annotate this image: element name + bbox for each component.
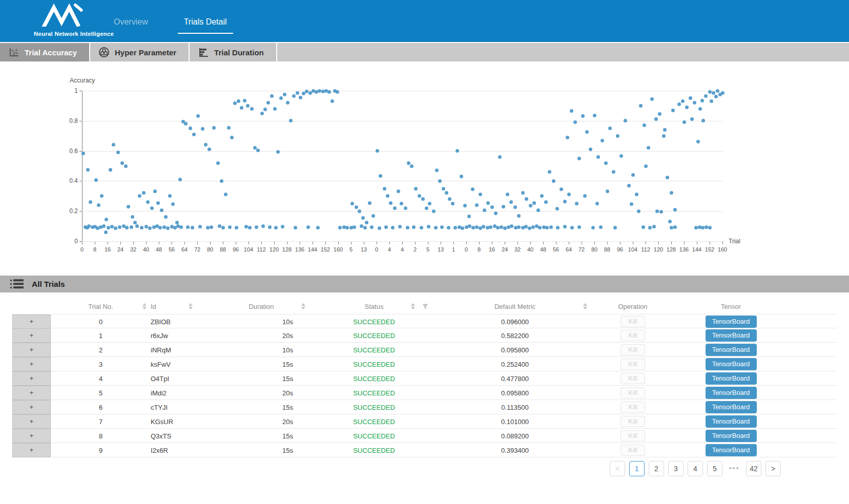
scatter-point: [666, 176, 669, 179]
tab-label: Trial Duration: [214, 48, 264, 57]
scatter-point: [175, 221, 179, 224]
sort-icon[interactable]: [583, 303, 587, 309]
sort-icon[interactable]: [411, 303, 415, 309]
scatter-point: [635, 193, 638, 196]
row-expand-button[interactable]: +: [12, 386, 51, 400]
scatter-point: [581, 114, 585, 118]
x-tick-label: 104: [626, 246, 640, 253]
scatter-point: [221, 226, 225, 229]
x-tick-label: 152: [702, 246, 717, 253]
pagination-prev[interactable]: <: [610, 461, 625, 476]
kill-button[interactable]: Kill: [620, 387, 645, 398]
row-expand-button[interactable]: +: [12, 429, 51, 443]
scatter-point: [654, 117, 658, 121]
scatter-point: [595, 202, 599, 205]
nav-overview[interactable]: Overview: [108, 17, 154, 34]
scatter-point: [498, 155, 502, 159]
sort-icon[interactable]: [189, 303, 193, 309]
x-tick-mark: [620, 242, 620, 244]
scatter-point: [714, 95, 718, 98]
tensorboard-button[interactable]: TensorBoard: [706, 444, 757, 456]
scatter-point: [434, 226, 438, 229]
scatter-point: [650, 97, 654, 101]
scatter-point: [189, 127, 192, 130]
kill-button[interactable]: Kill: [620, 373, 645, 384]
tensorboard-button[interactable]: TensorBoard: [706, 415, 757, 428]
scatter-plot-area[interactable]: Trial 00.20.40.60.8108162432404856647280…: [82, 91, 722, 241]
row-expand-button[interactable]: +: [12, 414, 51, 429]
scatter-point: [150, 206, 154, 210]
kill-button[interactable]: Kill: [620, 316, 645, 327]
row-expand-button[interactable]: +: [12, 328, 51, 343]
scatter-point: [296, 91, 299, 95]
row-expand-button[interactable]: +: [12, 357, 51, 371]
row-expand-button[interactable]: +: [12, 314, 51, 329]
kill-button[interactable]: Kill: [620, 359, 645, 370]
pagination-page-42[interactable]: 42: [746, 461, 761, 476]
scatter-point: [148, 226, 152, 230]
cell-duration: 20s: [215, 332, 307, 340]
sort-icon[interactable]: [301, 303, 305, 309]
kill-button[interactable]: Kill: [620, 330, 645, 341]
scatter-point: [544, 200, 548, 204]
cell-id: O4TpI: [151, 375, 215, 383]
row-expand-button[interactable]: +: [12, 443, 51, 457]
kill-button[interactable]: Kill: [620, 344, 645, 355]
x-tick-label: 13: [433, 246, 448, 253]
scatter-point: [693, 101, 696, 104]
row-expand-button[interactable]: +: [12, 371, 51, 386]
scatter-point: [102, 224, 106, 228]
scatter-point: [263, 108, 267, 111]
scatter-point: [418, 194, 421, 198]
cell-default-metric: 0.096000: [441, 318, 589, 326]
kill-button[interactable]: Kill: [620, 402, 645, 413]
row-expand-button[interactable]: +: [12, 343, 51, 357]
x-tick-mark: [722, 242, 723, 244]
pagination-page-2[interactable]: 2: [649, 461, 664, 476]
kill-button[interactable]: Kill: [620, 445, 645, 456]
tensorboard-button[interactable]: TensorBoard: [706, 316, 757, 328]
pagination-page-5[interactable]: 5: [707, 461, 722, 476]
x-tick-label: 32: [510, 246, 525, 253]
scatter-point: [451, 202, 454, 205]
scatter-point: [146, 200, 150, 204]
scatter-point: [133, 221, 137, 224]
pagination-next[interactable]: >: [765, 461, 781, 476]
tensorboard-button[interactable]: TensorBoard: [706, 387, 757, 399]
filter-icon[interactable]: [422, 304, 428, 310]
kill-button[interactable]: Kill: [620, 430, 645, 442]
tab-hyper-parameter[interactable]: Hyper Parameter: [90, 43, 190, 61]
scatter-point: [502, 205, 505, 208]
scatter-point: [532, 201, 536, 205]
x-tick-mark: [389, 242, 390, 244]
gridline: [82, 181, 722, 181]
tab-trial-accuracy[interactable]: Trial Accuracy: [0, 43, 90, 61]
pagination-page-3[interactable]: 3: [668, 461, 684, 476]
tensorboard-button[interactable]: TensorBoard: [706, 401, 757, 413]
x-tick-label: 64: [562, 246, 576, 253]
row-expand-button[interactable]: +: [12, 400, 51, 414]
pagination-page-1[interactable]: 1: [629, 461, 645, 476]
pagination-page-4[interactable]: 4: [688, 461, 703, 476]
scatter-point: [670, 191, 673, 195]
wheel-icon: [98, 47, 110, 58]
tensorboard-button[interactable]: TensorBoard: [706, 344, 757, 356]
scatter-point: [179, 225, 183, 229]
tab-trial-duration[interactable]: Trial Duration: [190, 43, 277, 61]
scatter-point: [130, 225, 133, 229]
scatter-point: [246, 104, 250, 108]
tensorboard-button[interactable]: TensorBoard: [706, 358, 757, 370]
sort-icon[interactable]: [142, 303, 147, 309]
main-nav: Overview Trials Detail: [108, 17, 233, 34]
tensorboard-button[interactable]: TensorBoard: [706, 329, 757, 342]
kill-button[interactable]: Kill: [620, 416, 645, 427]
cell-duration: 15s: [215, 375, 307, 383]
scatter-point: [583, 194, 587, 198]
nav-trials-detail[interactable]: Trials Detail: [178, 17, 233, 34]
scatter-point: [237, 99, 240, 103]
cell-id: cTYJI: [151, 404, 215, 411]
tensorboard-button[interactable]: TensorBoard: [706, 430, 757, 442]
x-tick-mark: [313, 242, 313, 244]
x-tick-mark: [697, 242, 697, 244]
tensorboard-button[interactable]: TensorBoard: [706, 372, 757, 385]
